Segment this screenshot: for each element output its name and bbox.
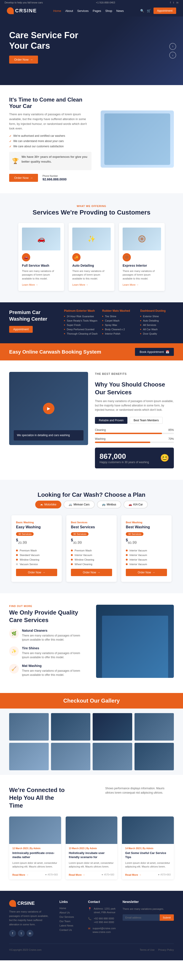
top-bar-text: Develop to help you fall know cars (5, 1, 43, 4)
premium-col-1: Platinum Exterior Wash 24 Hour Risk Guar… (64, 309, 98, 336)
filter-tab-2[interactable]: Best Team Members (130, 417, 162, 424)
read-more-2[interactable]: Read More → (69, 873, 85, 876)
contact-email: ✉ support@crsine.com www.crsine.com (88, 926, 116, 934)
footer-link-5[interactable]: Latest News (59, 924, 81, 927)
social-in[interactable]: in (177, 1, 178, 4)
why-image: ▶ We specialize in detailing and cars wa… (9, 372, 88, 468)
like-count-3: ♥ #570+583 (158, 873, 171, 876)
washing-bar (95, 442, 150, 443)
privacy-link[interactable]: Privacy Policy (158, 948, 174, 951)
blog-meta-2: 13 March 2023 | By Admin (69, 847, 115, 850)
plan-price-2: $30.99 (71, 538, 112, 546)
blog-img-2 (66, 816, 118, 844)
play-button[interactable]: ▶ (43, 403, 54, 414)
read-more-1[interactable]: Read More → (12, 873, 29, 876)
newsletter-input[interactable] (123, 914, 160, 921)
service-link-2[interactable]: Learn More → (72, 283, 88, 286)
main-nav: Home About Services Pages Shop News (53, 9, 124, 13)
gallery-item-1 (9, 713, 49, 741)
gallery-item-2 (51, 713, 91, 741)
search-icon[interactable]: 🔍 (140, 9, 144, 13)
footer-link-4[interactable]: Our Team (59, 920, 81, 923)
check-item-1: ✓ We're authorised and certified car was… (9, 134, 91, 138)
footer-newsletter-col: Newsletter There are many variations pas… (123, 900, 174, 937)
footer-link-3[interactable]: Our Services (59, 915, 81, 918)
quality-item-2: ✨ Tire Shines There are many variations … (9, 646, 87, 659)
nav-shop[interactable]: Shop (105, 9, 112, 13)
service-link-1[interactable]: Learn More → (22, 283, 38, 286)
prev-arrow[interactable]: ↑ (169, 43, 176, 50)
cart-icon[interactable]: 🛒 (147, 9, 151, 13)
come-clean-image (101, 110, 174, 168)
stat-box: 867,000 Happy customers in 30 years of w… (95, 447, 174, 468)
plan-order-btn-3[interactable]: Order Now → (126, 569, 167, 576)
nav-services[interactable]: Services (77, 9, 89, 13)
footer-link-6[interactable]: Contact Us (59, 929, 81, 931)
hero-order-button[interactable]: Order Now → (9, 56, 38, 64)
premium-col-2: Rubber Mats Washed Tire Shine Carpet Was… (102, 309, 136, 336)
why-title: Why You Should Choose Our Services (95, 381, 174, 396)
quality-item-3: 🧹 Mat Washing There are many variations … (9, 664, 87, 677)
quality-image (96, 605, 174, 682)
filter-tab-1[interactable]: Reliable and Proven (95, 417, 127, 424)
service-link-3[interactable]: Learn More → (123, 283, 138, 286)
hero-content: Care Service For Your Cars Order Now → (9, 30, 96, 64)
blog-meta-1: 12 March 2023 | By Admin (12, 847, 58, 850)
services-title: Services We're Provding to Customers (9, 209, 174, 216)
nav-pages[interactable]: Pages (93, 9, 101, 13)
footer-link-2[interactable]: About Us (59, 911, 81, 914)
premium-item: Spray Wax (102, 323, 136, 326)
book-appointment-button[interactable]: Book Appointment 📅 (135, 348, 174, 356)
arrow-icon: → (152, 571, 155, 574)
blog-card-footer-1: Read More → ♥ #570+583 (12, 871, 58, 876)
quality-item-desc-2: There are many variations of passages of… (22, 651, 87, 659)
come-clean-order-button[interactable]: Order Now → (9, 174, 38, 182)
blog-card-1: 12 March 2023 | By Admin Intrinsically p… (9, 816, 61, 879)
blog-right-desc: Shows performance displays information. … (105, 786, 174, 795)
arrow-icon: → (97, 571, 100, 574)
nav-news[interactable]: News (116, 9, 124, 13)
footer-social-fb[interactable]: f (9, 930, 16, 937)
plan-order-btn-2[interactable]: Order Now → (71, 569, 112, 576)
why-overlay-text: We specialize in detailing and cars wash… (17, 433, 80, 437)
footer-link-1[interactable]: Home (59, 907, 81, 910)
contact-address: 📍 Address: 1201 park street, Fifth Avenu… (88, 907, 116, 914)
social-fb[interactable]: f (170, 1, 171, 4)
premium-appt-button[interactable]: Appointment (9, 326, 33, 333)
gallery-item-5 (9, 743, 49, 770)
premium-item: All Services (140, 323, 174, 326)
gallery-title: Checkout Our Gallery (9, 698, 174, 704)
nav-home[interactable]: Home (53, 9, 61, 13)
plan-order-btn-1[interactable]: Order Now → (16, 569, 57, 576)
quality-title: We Only Provide Quality Care Services (9, 609, 87, 624)
plan-tab-2[interactable]: 🚐 Minivan Cars (64, 501, 94, 508)
newsletter-submit-button[interactable]: Submit (160, 914, 174, 921)
footer-social-tw[interactable]: t (18, 930, 25, 937)
next-arrow[interactable]: ↓ (169, 52, 176, 59)
service-desc-2: There are many variations of passages of… (72, 269, 111, 281)
plan-tab-4[interactable]: 🚗 KIA Car (124, 501, 148, 508)
social-tw[interactable]: t (173, 1, 174, 4)
nav-about[interactable]: About (65, 9, 73, 13)
read-more-3[interactable]: Read More → (125, 873, 142, 876)
footer-social-in[interactable]: in (27, 930, 33, 937)
footer: CRSINE There are many variations of pass… (0, 891, 183, 960)
blog-title: We're Connected to Help You All the Time (9, 786, 66, 810)
blog-body-1: 12 March 2023 | By Admin Intrinsically p… (9, 844, 61, 879)
premium-item: Tire Shine (102, 315, 136, 318)
premium-item: Interior Polish (102, 332, 136, 335)
quality-item-name-2: Tire Shines (22, 646, 87, 650)
appointment-button[interactable]: Appointment (153, 8, 176, 14)
nav-icons: 🔍 🛒 Appointment (140, 8, 176, 14)
gallery-grid (0, 708, 183, 775)
booking-banner: Easy Online Carwash Booking System Book … (0, 343, 183, 360)
plan-price-1: $20.99 (16, 538, 57, 546)
quality-item-desc-3: There are many variations of passages of… (22, 669, 87, 677)
plan-tab-1[interactable]: 🏍 Motorbike (35, 501, 62, 508)
quality-item-desc-1: There are many variations of passages of… (22, 633, 87, 642)
service-name-1: Full Service Wash (22, 264, 60, 267)
plan-tab-3[interactable]: 🚌 Minibus (97, 501, 121, 508)
plan-feature-2-4: Wheel Cleaning (71, 563, 112, 566)
terms-link[interactable]: Terms of Use (140, 948, 154, 951)
come-clean-description: There are many variations of passages of… (9, 112, 91, 131)
